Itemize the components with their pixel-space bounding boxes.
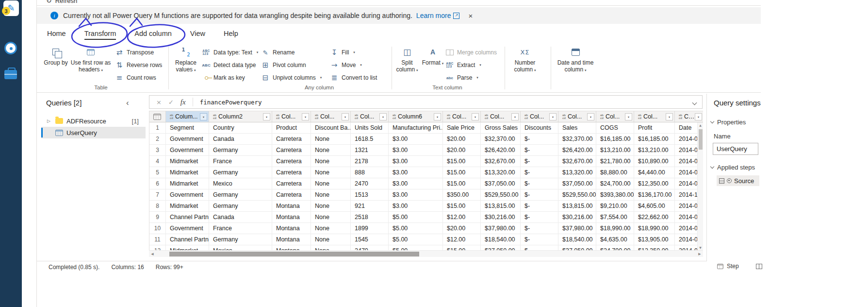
cell[interactable]: COGS [596,122,634,134]
merge-columns-button[interactable]: Merge columns [445,47,497,58]
cell[interactable]: $15.00 [443,167,481,178]
cell[interactable]: Carretera [272,189,311,201]
cell[interactable]: $5.00 [389,245,443,250]
cell[interactable]: None [311,134,351,145]
cell[interactable]: None [311,234,351,245]
cell[interactable]: Manufacturing Pri... [389,122,443,134]
row-number[interactable]: 6 [149,178,166,189]
cell[interactable]: Government [166,145,209,156]
split-column-button[interactable]: ◫ Split column▾ [393,46,421,85]
cell[interactable]: Montana [272,212,311,223]
cell[interactable]: None [311,178,351,189]
row-number[interactable]: 11 [149,234,166,245]
cell[interactable]: $350.00 [443,189,481,201]
external-link-icon[interactable]: ↗ [453,13,459,19]
column-header-13[interactable]: abcdCol...▾ [675,111,703,122]
format-button[interactable]: A Format▾ [421,46,444,85]
cell[interactable]: $18,540.00 [558,234,596,245]
cell[interactable]: $393,380.00 [596,189,634,201]
column-header-12[interactable]: abcdCol...▾ [634,111,675,122]
cell[interactable]: $20.00 [443,134,481,145]
cell[interactable]: 888 [351,167,389,178]
cell[interactable]: $24,700.00 [596,245,634,250]
row-number[interactable]: 5 [149,167,166,178]
step-view-label[interactable]: Step [727,263,739,270]
applied-step-source[interactable]: Source [717,175,759,186]
cell[interactable]: $16,185.00 [634,134,675,145]
cell[interactable]: Midmarket [166,178,209,189]
cell[interactable]: Mexico [209,178,272,189]
cell[interactable]: $13,320.00 [481,167,521,178]
cell[interactable]: $13,905.00 [634,234,675,245]
row-number[interactable]: 9 [149,212,166,223]
cell[interactable]: $13,815.00 [481,201,521,212]
cell[interactable]: Carretera [272,145,311,156]
cell[interactable]: 1618.5 [351,134,389,145]
cell[interactable]: $3.00 [389,145,443,156]
scroll-up-icon[interactable]: ▲ [698,123,703,127]
cell[interactable]: $- [521,223,558,234]
cell[interactable]: $26,420.00 [558,145,596,156]
column-header-1[interactable]: abcdColum...▾ [166,111,209,122]
formula-expand-icon[interactable] [693,98,696,106]
column-menu-button[interactable]: ▾ [511,113,519,120]
horizontal-scrollbar[interactable]: ◀ ▶ [149,250,703,257]
cell[interactable]: $37,050.00 [558,245,596,250]
cell[interactable]: Carretera [272,156,311,167]
cell[interactable]: $32,370.00 [558,134,596,145]
cell[interactable]: $5.00 [389,234,443,245]
cell[interactable]: $- [521,145,558,156]
row-number[interactable]: 2 [149,134,166,145]
query-item-adfresource[interactable]: ▷ADFResource[1] [41,115,146,127]
cell[interactable]: $- [521,212,558,223]
cell[interactable]: Canada [209,134,272,145]
cell[interactable]: $13,210.00 [596,145,634,156]
cell[interactable]: $30,216.00 [481,212,521,223]
cell[interactable]: Germany [209,234,272,245]
cell[interactable]: $37,050.00 [481,245,521,250]
cell[interactable]: $37,050.00 [558,178,596,189]
unpivot-columns-button[interactable]: ⊟ Unpivot columns▾ [261,72,322,84]
column-header-5[interactable]: abcdCol...▾ [351,111,389,122]
cell[interactable]: Canada [209,212,272,223]
cell[interactable]: Government [166,189,209,201]
cell[interactable]: $12,350.00 [634,178,675,189]
cell[interactable]: $18,990.00 [634,223,675,234]
cell[interactable]: None [311,223,351,234]
tab-home[interactable]: Home [47,30,66,37]
cell[interactable]: Sales [558,122,596,134]
row-number[interactable]: 7 [149,189,166,201]
monitor-gauge-icon[interactable] [4,42,17,54]
column-menu-button[interactable]: ▾ [625,113,632,120]
step-view-icon[interactable] [717,264,723,269]
use-first-row-as-headers-button[interactable]: Use first row as headers▾ [68,46,114,85]
column-header-10[interactable]: abcdCol...▾ [558,111,596,122]
cell[interactable]: $20.00 [443,145,481,156]
cell[interactable]: $5.00 [389,223,443,234]
cell[interactable]: $4,635.00 [596,234,634,245]
cell[interactable]: $529,550.00 [558,189,596,201]
cell[interactable]: None [311,167,351,178]
refresh-button[interactable]: ↻ Refresh [46,0,77,5]
cell[interactable]: France [209,223,272,234]
cell[interactable]: $20.00 [443,223,481,234]
column-header-8[interactable]: abcdCol...▾ [481,111,521,122]
cell[interactable]: $4,440.00 [634,167,675,178]
cell[interactable]: Gross Sales [481,122,521,134]
column-menu-button[interactable]: ▾ [434,113,441,120]
cell[interactable]: 2518 [351,212,389,223]
column-header-7[interactable]: abcdCol...▾ [443,111,481,122]
pivot-column-button[interactable]: ⊞ Pivot column [261,59,306,71]
cell[interactable]: $26,420.00 [481,145,521,156]
cell[interactable]: Germany [209,201,272,212]
commit-formula-icon[interactable]: ✓ [168,99,174,106]
cell[interactable]: $13,815.00 [558,201,596,212]
tab-view[interactable]: View [190,30,205,37]
cell[interactable]: $3.00 [389,167,443,178]
cell[interactable]: Carretera [272,178,311,189]
cell[interactable]: $- [521,201,558,212]
cell[interactable]: Government [166,134,209,145]
count-rows-button[interactable]: ≡ Count rows [115,72,156,84]
cell[interactable]: $136,170.00 [634,189,675,201]
properties-section-header[interactable]: Properties [711,119,761,126]
